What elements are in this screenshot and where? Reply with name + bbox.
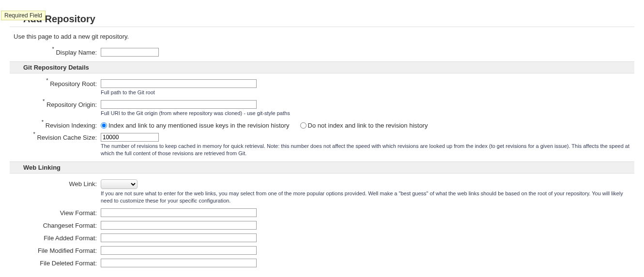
file-added-format-label: File Added Format: xyxy=(0,233,101,242)
revision-cache-size-label: Revision Cache Size: xyxy=(0,133,101,141)
page-title: Add Repository xyxy=(10,0,634,27)
view-format-input[interactable] xyxy=(101,208,257,217)
add-repository-page: Add Repository Use this page to add a ne… xyxy=(0,0,644,277)
button-row: Add Cancel xyxy=(0,269,644,277)
form-row-file-deleted-format: File Deleted Format: xyxy=(0,257,644,269)
form-row-view-format: View Format: xyxy=(0,206,644,219)
revision-indexing-radio-b[interactable] xyxy=(300,122,307,129)
file-added-format-input[interactable] xyxy=(101,233,257,242)
repo-root-input[interactable] xyxy=(101,79,257,88)
repo-origin-hint: Full URI to the Git origin (from where r… xyxy=(101,110,634,117)
section-git-details: Git Repository Details xyxy=(10,61,634,73)
file-modified-format-input[interactable] xyxy=(101,246,257,255)
page-intro: Use this page to add a new git repositor… xyxy=(0,32,644,46)
repo-root-label: Repository Root: xyxy=(0,79,101,87)
changeset-format-label: Changeset Format: xyxy=(0,221,101,229)
form-row-repo-origin: Repository Origin: Full URI to the Git o… xyxy=(0,98,644,119)
changeset-format-input[interactable] xyxy=(101,221,257,230)
form-row-file-modified-format: File Modified Format: xyxy=(0,244,644,257)
section-web-linking: Web Linking xyxy=(10,161,634,174)
revision-indexing-label: Revision Indexing: xyxy=(0,121,101,129)
form-row-revision-cache-size: Revision Cache Size: The number of revis… xyxy=(0,131,644,159)
form-row-changeset-format: Changeset Format: xyxy=(0,219,644,232)
file-deleted-format-input[interactable] xyxy=(101,259,257,267)
form-row-web-link: Web Link: If you are not sure what to en… xyxy=(0,177,644,206)
revision-indexing-option-a-label: Index and link to any mentioned issue ke… xyxy=(108,122,290,129)
file-deleted-format-label: File Deleted Format: xyxy=(0,259,101,267)
revision-cache-size-input[interactable] xyxy=(101,133,159,142)
repo-root-hint: Full path to the Git root xyxy=(101,89,634,96)
revision-cache-size-hint: The number of revisions to keep cached i… xyxy=(101,143,634,157)
file-modified-format-label: File Modified Format: xyxy=(0,246,101,254)
form-row-repo-root: Repository Root: Full path to the Git ro… xyxy=(0,77,644,98)
revision-indexing-option-b-label: Do not index and link to the revision hi… xyxy=(308,122,428,129)
repo-origin-input[interactable] xyxy=(101,100,257,109)
web-link-select[interactable] xyxy=(101,179,138,189)
form-row-file-added-format: File Added Format: xyxy=(0,232,644,244)
revision-indexing-radio-a[interactable] xyxy=(101,122,107,129)
revision-indexing-option-a[interactable]: Index and link to any mentioned issue ke… xyxy=(101,122,290,129)
display-name-input[interactable] xyxy=(101,48,159,57)
form-row-display-name: Display Name: xyxy=(0,46,644,58)
web-link-hint: If you are not sure what to enter for th… xyxy=(101,190,634,204)
display-name-label: Display Name: xyxy=(0,48,101,56)
view-format-label: View Format: xyxy=(0,208,101,217)
web-link-label: Web Link: xyxy=(0,179,101,188)
form-row-revision-indexing: Revision Indexing: Index and link to any… xyxy=(0,119,644,131)
repo-origin-label: Repository Origin: xyxy=(0,100,101,108)
required-field-tooltip: Required Field xyxy=(1,11,46,20)
revision-indexing-option-b[interactable]: Do not index and link to the revision hi… xyxy=(300,122,428,129)
